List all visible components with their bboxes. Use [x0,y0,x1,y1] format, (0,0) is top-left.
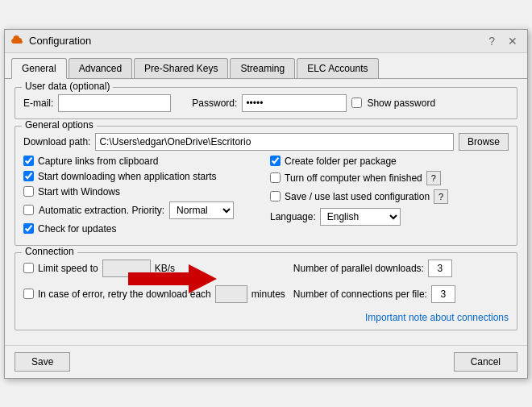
parallel-input[interactable] [428,260,452,277]
turn-off-checkbox[interactable] [270,172,281,183]
start-windows-checkbox[interactable] [23,186,34,197]
language-label: Language: [270,211,316,222]
language-select[interactable]: English Spanish French German [320,208,401,226]
tab-elc-accounts[interactable]: ELC Accounts [297,58,378,78]
priority-select[interactable]: Normal Low High [169,201,234,219]
tab-general[interactable]: General [11,58,67,79]
show-password-label: Show password [367,98,435,109]
footer: Save Cancel [5,345,527,378]
turn-off-label: Turn off computer when finished [285,172,422,184]
window-title: Configuration [29,35,91,47]
start-downloading-label: Start downloading when application start… [38,171,216,182]
create-folder-checkbox[interactable] [270,156,281,166]
connections-input[interactable] [431,285,455,303]
user-data-section: User data (optional) E-mail: Password: S… [15,87,517,119]
titlebar-controls: ? ✕ [485,35,521,48]
download-path-row: Download path: Browse [23,133,509,151]
general-options-label: General options [22,119,97,131]
titlebar: Configuration ? ✕ [5,30,527,53]
connection-label: Connection [22,246,77,257]
options-left: Capture links from clipboard Start downl… [23,156,262,239]
retry-checkbox[interactable] [23,289,34,299]
limit-speed-label: Limit speed to [38,263,98,274]
start-windows-label: Start with Windows [38,186,120,197]
capture-links-label: Capture links from clipboard [38,156,158,167]
download-path-input[interactable] [95,133,454,151]
email-label: E-mail: [23,98,53,109]
email-input[interactable] [58,94,171,112]
turn-off-row: Turn off computer when finished ? [270,171,509,185]
minutes-label: minutes [251,289,285,300]
capture-links-row: Capture links from clipboard [23,156,262,167]
parallel-downloads-row: Number of parallel downloads: [293,260,452,277]
password-label: Password: [192,98,237,109]
save-config-row: Save / use last used configuration ? [270,189,509,204]
speed-input[interactable] [102,260,151,277]
connections-per-file-row: Number of connections per file: [293,285,455,303]
browse-button[interactable]: Browse [459,133,509,151]
start-downloading-row: Start downloading when application start… [23,171,262,182]
password-input[interactable] [242,94,347,112]
create-folder-label: Create folder per package [285,156,397,167]
start-downloading-checkbox[interactable] [23,171,34,181]
options-right: Create folder per package Turn off compu… [270,156,509,239]
kbs-label: KB/s [155,263,175,274]
check-updates-row: Check for updates [23,223,262,235]
save-button[interactable]: Save [15,352,70,372]
show-password-checkbox[interactable] [351,98,362,108]
cancel-button[interactable]: Cancel [454,352,517,372]
parallel-label: Number of parallel downloads: [293,263,424,274]
important-note-link[interactable]: Important note about connections [365,312,509,323]
close-button[interactable]: ✕ [505,35,521,48]
connection-inner: Limit speed to KB/s In case of error, re… [23,260,509,323]
check-updates-checkbox[interactable] [23,223,34,234]
save-config-help-btn[interactable]: ? [434,189,448,204]
retry-label: In case of error, retry the download eac… [38,289,211,300]
save-config-label: Save / use last used configuration [285,191,430,202]
auto-extraction-label: Automatic extraction. Priority: [39,205,164,216]
download-path-label: Download path: [23,136,90,147]
tab-streaming[interactable]: Streaming [230,58,295,78]
auto-extraction-row: Automatic extraction. Priority: Normal L… [23,201,262,219]
help-button[interactable]: ? [485,35,498,48]
connection-section: Connection Limit speed to KB/s In case o… [15,252,517,330]
tab-content: User data (optional) E-mail: Password: S… [5,79,527,345]
app-icon [11,35,24,48]
limit-speed-row: Limit speed to KB/s [23,260,285,277]
connection-right: Number of parallel downloads: Number of … [293,260,509,323]
connection-left: Limit speed to KB/s In case of error, re… [23,260,285,323]
titlebar-left: Configuration [11,35,91,48]
limit-speed-checkbox[interactable] [23,263,34,273]
tab-pre-shared-keys[interactable]: Pre-Shared Keys [134,58,228,78]
user-data-label: User data (optional) [22,81,113,92]
user-data-row: E-mail: Password: Show password [23,94,509,112]
configuration-window: Configuration ? ✕ General Advanced Pre-S… [4,29,528,379]
save-config-checkbox[interactable] [270,191,281,201]
options-grid: Capture links from clipboard Start downl… [23,156,509,239]
language-row: Language: English Spanish French German [270,208,509,226]
tabs-bar: General Advanced Pre-Shared Keys Streami… [5,53,527,79]
connections-label: Number of connections per file: [293,289,427,300]
create-folder-row: Create folder per package [270,156,509,167]
retry-row: In case of error, retry the download eac… [23,285,285,303]
check-updates-label: Check for updates [38,223,116,235]
auto-extraction-checkbox[interactable] [23,205,34,215]
general-options-section: General options Download path: Browse Ca… [15,126,517,246]
capture-links-checkbox[interactable] [23,156,34,166]
minutes-input[interactable] [215,285,247,303]
turn-off-help-btn[interactable]: ? [426,171,441,185]
start-windows-row: Start with Windows [23,186,262,197]
tab-advanced[interactable]: Advanced [69,58,132,78]
